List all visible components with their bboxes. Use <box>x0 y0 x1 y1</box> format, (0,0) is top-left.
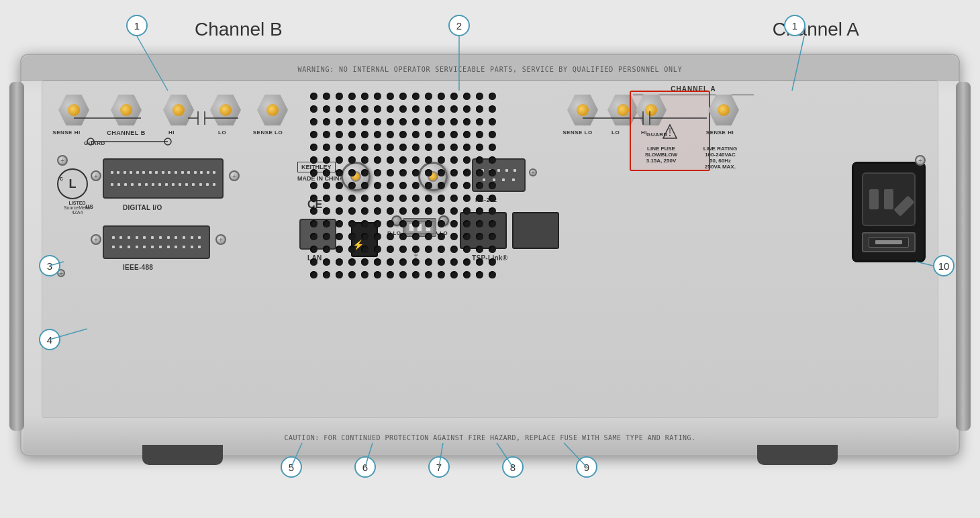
vent-hole <box>425 156 432 164</box>
channel-b-text-label: CHANNEL B <box>103 130 150 136</box>
screw-dio-left <box>91 170 101 181</box>
vent-hole <box>463 169 471 176</box>
vent-hole <box>374 93 381 100</box>
vent-hole <box>438 246 445 253</box>
vent-hole <box>374 144 381 151</box>
callout-7: 7 <box>428 456 450 478</box>
channel-b-hi-label: HI <box>168 130 175 136</box>
vent-hole <box>323 220 330 227</box>
vent-hole <box>336 233 343 240</box>
vent-hole <box>361 207 369 215</box>
digital-io-label: DIGITAL I/O <box>123 204 162 211</box>
vent-hole <box>399 118 407 125</box>
vent-hole <box>361 246 369 253</box>
vent-hole <box>489 118 496 125</box>
vent-hole <box>425 246 432 253</box>
vent-hole <box>438 93 445 100</box>
vent-hole <box>374 233 381 240</box>
power-inlet[interactable] <box>852 162 926 262</box>
vent-hole <box>463 258 471 266</box>
vent-hole <box>336 131 343 138</box>
callout-5: 5 <box>281 456 302 478</box>
vent-hole <box>361 271 369 278</box>
vent-hole <box>387 182 394 189</box>
digital-io-connector <box>103 158 224 199</box>
tsp-link-port-2[interactable] <box>512 212 559 249</box>
vent-hole <box>476 118 483 125</box>
vent-hole <box>387 246 394 253</box>
vent-hole <box>463 156 471 164</box>
vent-hole <box>310 195 317 202</box>
vent-hole <box>450 246 458 253</box>
vent-hole <box>336 182 343 189</box>
vent-hole <box>387 233 394 240</box>
vent-hole <box>412 93 420 100</box>
vent-hole <box>425 207 432 215</box>
vent-hole <box>438 169 445 176</box>
callout-8: 8 <box>502 456 524 478</box>
vent-hole <box>412 246 420 253</box>
vent-hole <box>438 105 445 113</box>
vent-hole <box>361 233 369 240</box>
vent-hole <box>412 258 420 266</box>
vent-hole <box>348 271 356 278</box>
vent-hole <box>310 131 317 138</box>
vent-hole <box>348 144 356 151</box>
vent-hole <box>323 118 330 125</box>
channel-a-sense-lo-label: SENSE LO <box>559 130 596 136</box>
vent-hole <box>336 246 343 253</box>
vent-hole <box>463 246 471 253</box>
vent-hole <box>374 207 381 215</box>
vent-hole <box>489 182 496 189</box>
vent-hole <box>361 144 369 151</box>
vent-hole <box>476 207 483 215</box>
vent-hole <box>348 131 356 138</box>
vent-hole <box>412 144 420 151</box>
vent-hole <box>348 105 356 113</box>
vent-hole <box>425 220 432 227</box>
vent-hole <box>399 105 407 113</box>
vent-hole <box>348 118 356 125</box>
vent-hole <box>399 131 407 138</box>
foot-left <box>142 445 223 465</box>
vent-hole <box>463 93 471 100</box>
callout-10: 10 <box>933 255 954 276</box>
vent-hole <box>450 131 458 138</box>
vent-hole <box>310 207 317 215</box>
vent-hole <box>348 246 356 253</box>
vent-hole <box>450 182 458 189</box>
vent-hole <box>425 144 432 151</box>
vent-hole <box>361 118 369 125</box>
vent-hole <box>361 105 369 113</box>
callout-9: 9 <box>576 456 597 478</box>
vent-hole <box>450 144 458 151</box>
handle-left <box>9 82 24 431</box>
vent-hole <box>463 207 471 215</box>
vent-hole <box>463 144 471 151</box>
vent-hole <box>387 271 394 278</box>
vent-hole <box>387 105 394 113</box>
vent-hole <box>310 156 317 164</box>
vent-hole <box>310 271 317 278</box>
channel-b-sense-hi-label: SENSE HI <box>48 130 85 136</box>
vent-hole <box>310 220 317 227</box>
channel-a-lo-label: LO <box>611 130 620 136</box>
vent-hole <box>399 182 407 189</box>
vent-hole <box>425 271 432 278</box>
vent-hole <box>361 258 369 266</box>
callout-1-left: 1 <box>126 15 148 36</box>
vent-hole <box>450 207 458 215</box>
vent-hole <box>438 271 445 278</box>
ieee488-connector <box>103 225 210 259</box>
vent-hole <box>463 118 471 125</box>
vent-hole <box>399 207 407 215</box>
vent-hole <box>348 220 356 227</box>
vent-hole <box>412 169 420 176</box>
handle-right <box>956 82 971 431</box>
vent-hole <box>463 105 471 113</box>
vent-hole <box>399 271 407 278</box>
vent-hole <box>438 118 445 125</box>
vent-hole <box>310 258 317 266</box>
vent-hole <box>450 105 458 113</box>
vent-hole <box>336 118 343 125</box>
